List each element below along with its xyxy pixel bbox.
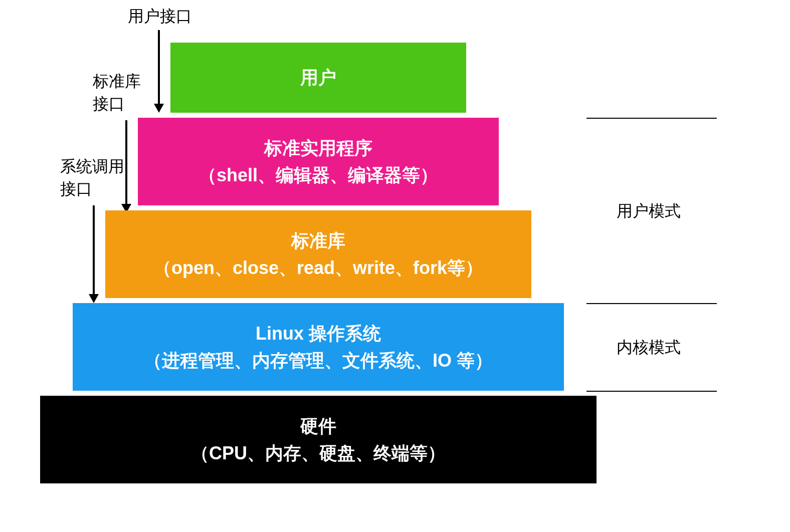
bracket-top-user-mode [586,118,717,119]
bracket-mid-divider [586,303,717,304]
layer-linux-os: Linux 操作系统 （进程管理、内存管理、文件系统、IO 等） [73,303,564,391]
layer-user: 用户 [170,43,466,113]
layer-utilities: 标准实用程序 （shell、编辑器、编译器等） [138,118,499,205]
linux-architecture-diagram: 用户接口 标准库 接口 系统调用 接口 用户 标准实用程序 （shell、编辑器… [40,5,742,526]
user-interface-label: 用户接口 [128,5,192,28]
layer-hardware: 硬件 （CPU、内存、硬盘、终端等） [40,396,597,483]
kernel-mode-label: 内核模式 [617,337,681,359]
layer-standard-library: 标准库 （open、close、read、write、fork等） [105,210,531,298]
bracket-bottom-kernel-mode [586,391,717,392]
syscall-interface-label: 系统调用 接口 [60,155,124,200]
user-mode-label: 用户模式 [617,200,681,222]
lib-interface-label: 标准库 接口 [93,70,141,115]
